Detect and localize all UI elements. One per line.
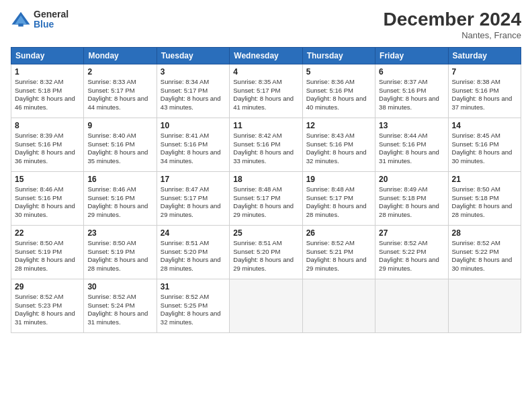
daylight: Daylight: 8 hours and 32 minutes. — [161, 310, 221, 326]
calendar-week-3: 15 Sunrise: 8:46 AM Sunset: 5:16 PM Dayl… — [11, 171, 521, 225]
day-info: Sunrise: 8:50 AM Sunset: 5:18 PM Dayligh… — [452, 185, 517, 220]
sunrise: Sunrise: 8:52 AM — [161, 293, 209, 300]
sunset: Sunset: 5:18 PM — [15, 87, 62, 94]
sunset: Sunset: 5:19 PM — [87, 248, 134, 255]
calendar-cell: 24 Sunrise: 8:51 AM Sunset: 5:20 PM Dayl… — [157, 225, 229, 279]
sunset: Sunset: 5:16 PM — [87, 194, 134, 201]
sunset: Sunset: 5:19 PM — [15, 248, 62, 255]
sunset: Sunset: 5:16 PM — [306, 140, 353, 148]
day-number: 24 — [161, 228, 226, 238]
sunset: Sunset: 5:24 PM — [87, 302, 134, 309]
day-info: Sunrise: 8:35 AM Sunset: 5:17 PM Dayligh… — [233, 78, 298, 112]
sunset: Sunset: 5:16 PM — [15, 194, 62, 201]
day-info: Sunrise: 8:38 AM Sunset: 5:16 PM Dayligh… — [452, 78, 517, 112]
day-info: Sunrise: 8:33 AM Sunset: 5:17 PM Dayligh… — [87, 78, 152, 112]
daylight: Daylight: 8 hours and 31 minutes. — [87, 310, 148, 326]
sunrise: Sunrise: 8:50 AM — [87, 239, 136, 246]
day-info: Sunrise: 8:49 AM Sunset: 5:18 PM Dayligh… — [379, 185, 444, 220]
day-number: 13 — [379, 121, 444, 130]
daylight: Daylight: 8 hours and 30 minutes. — [452, 148, 513, 165]
sunrise: Sunrise: 8:36 AM — [306, 78, 355, 85]
sunset: Sunset: 5:22 PM — [452, 248, 499, 255]
day-number: 26 — [306, 228, 371, 238]
sunrise: Sunrise: 8:49 AM — [379, 185, 427, 193]
day-info: Sunrise: 8:52 AM Sunset: 5:23 PM Dayligh… — [15, 293, 80, 327]
day-info: Sunrise: 8:47 AM Sunset: 5:17 PM Dayligh… — [161, 185, 226, 220]
sunset: Sunset: 5:16 PM — [306, 87, 353, 94]
calendar-cell: 23 Sunrise: 8:50 AM Sunset: 5:19 PM Dayl… — [84, 225, 157, 279]
calendar-cell: 22 Sunrise: 8:50 AM Sunset: 5:19 PM Dayl… — [11, 225, 84, 279]
day-number: 8 — [15, 121, 80, 130]
header-tuesday: Tuesday — [157, 47, 229, 64]
daylight: Daylight: 8 hours and 43 minutes. — [161, 95, 221, 111]
daylight: Daylight: 8 hours and 33 minutes. — [233, 148, 294, 165]
sunset: Sunset: 5:17 PM — [233, 87, 280, 94]
calendar-cell: 20 Sunrise: 8:49 AM Sunset: 5:18 PM Dayl… — [375, 171, 448, 225]
sunrise: Sunrise: 8:51 AM — [233, 239, 281, 246]
header-thursday: Thursday — [302, 47, 375, 64]
day-number: 12 — [306, 121, 371, 130]
logo-icon — [11, 9, 31, 30]
daylight: Daylight: 8 hours and 30 minutes. — [452, 256, 513, 272]
day-number: 14 — [452, 121, 517, 130]
daylight: Daylight: 8 hours and 29 minutes. — [233, 256, 294, 272]
calendar-cell: 29 Sunrise: 8:52 AM Sunset: 5:23 PM Dayl… — [11, 279, 84, 332]
day-info: Sunrise: 8:46 AM Sunset: 5:16 PM Dayligh… — [15, 185, 80, 220]
day-number: 15 — [15, 175, 80, 184]
sunrise: Sunrise: 8:41 AM — [161, 132, 209, 139]
sunrise: Sunrise: 8:42 AM — [233, 132, 281, 139]
sunset: Sunset: 5:23 PM — [15, 302, 62, 309]
logo-general-text: General — [34, 9, 69, 19]
day-number: 23 — [87, 228, 152, 238]
day-number: 31 — [161, 282, 226, 291]
day-number: 7 — [452, 67, 517, 77]
day-number: 27 — [379, 228, 444, 238]
calendar-cell — [302, 279, 375, 332]
sunset: Sunset: 5:18 PM — [379, 194, 426, 201]
daylight: Daylight: 8 hours and 44 minutes. — [87, 95, 148, 111]
sunrise: Sunrise: 8:50 AM — [15, 239, 63, 246]
sunset: Sunset: 5:16 PM — [452, 140, 499, 148]
calendar-cell: 18 Sunrise: 8:48 AM Sunset: 5:17 PM Dayl… — [230, 171, 302, 225]
daylight: Daylight: 8 hours and 35 minutes. — [87, 148, 148, 165]
sunrise: Sunrise: 8:35 AM — [233, 78, 281, 85]
day-info: Sunrise: 8:32 AM Sunset: 5:18 PM Dayligh… — [15, 78, 80, 112]
sunrise: Sunrise: 8:39 AM — [15, 132, 63, 139]
daylight: Daylight: 8 hours and 31 minutes. — [15, 310, 75, 326]
daylight: Daylight: 8 hours and 31 minutes. — [379, 148, 439, 165]
daylight: Daylight: 8 hours and 28 minutes. — [15, 256, 75, 272]
calendar-cell: 25 Sunrise: 8:51 AM Sunset: 5:20 PM Dayl… — [230, 225, 302, 279]
day-number: 29 — [15, 282, 80, 291]
sunset: Sunset: 5:25 PM — [161, 302, 208, 309]
day-info: Sunrise: 8:50 AM Sunset: 5:19 PM Dayligh… — [15, 239, 80, 273]
sunrise: Sunrise: 8:37 AM — [379, 78, 427, 85]
sunrise: Sunrise: 8:52 AM — [452, 239, 500, 246]
sunrise: Sunrise: 8:43 AM — [306, 132, 355, 139]
calendar-cell: 5 Sunrise: 8:36 AM Sunset: 5:16 PM Dayli… — [302, 64, 375, 118]
daylight: Daylight: 8 hours and 29 minutes. — [306, 256, 367, 272]
day-info: Sunrise: 8:52 AM Sunset: 5:21 PM Dayligh… — [306, 239, 371, 273]
calendar-cell: 12 Sunrise: 8:43 AM Sunset: 5:16 PM Dayl… — [302, 118, 375, 171]
daylight: Daylight: 8 hours and 29 minutes. — [161, 202, 221, 218]
calendar-cell: 27 Sunrise: 8:52 AM Sunset: 5:22 PM Dayl… — [375, 225, 448, 279]
sunrise: Sunrise: 8:46 AM — [15, 185, 63, 193]
sunrise: Sunrise: 8:32 AM — [15, 78, 63, 85]
sunrise: Sunrise: 8:52 AM — [87, 293, 136, 300]
day-info: Sunrise: 8:48 AM Sunset: 5:17 PM Dayligh… — [233, 185, 298, 220]
daylight: Daylight: 8 hours and 29 minutes. — [87, 202, 148, 218]
sunset: Sunset: 5:16 PM — [379, 87, 426, 94]
calendar-cell: 3 Sunrise: 8:34 AM Sunset: 5:17 PM Dayli… — [157, 64, 229, 118]
day-info: Sunrise: 8:52 AM Sunset: 5:22 PM Dayligh… — [452, 239, 517, 273]
calendar-cell — [230, 279, 302, 332]
day-number: 5 — [306, 67, 371, 77]
day-info: Sunrise: 8:44 AM Sunset: 5:16 PM Dayligh… — [379, 132, 444, 166]
day-number: 16 — [87, 175, 152, 184]
header-wednesday: Wednesday — [230, 47, 302, 64]
calendar-cell: 10 Sunrise: 8:41 AM Sunset: 5:16 PM Dayl… — [157, 118, 229, 171]
sunset: Sunset: 5:16 PM — [161, 140, 208, 148]
calendar-cell: 17 Sunrise: 8:47 AM Sunset: 5:17 PM Dayl… — [157, 171, 229, 225]
month-title: December 2024 — [384, 9, 521, 30]
day-info: Sunrise: 8:37 AM Sunset: 5:16 PM Dayligh… — [379, 78, 444, 112]
day-number: 10 — [161, 121, 226, 130]
daylight: Daylight: 8 hours and 40 minutes. — [306, 95, 367, 111]
